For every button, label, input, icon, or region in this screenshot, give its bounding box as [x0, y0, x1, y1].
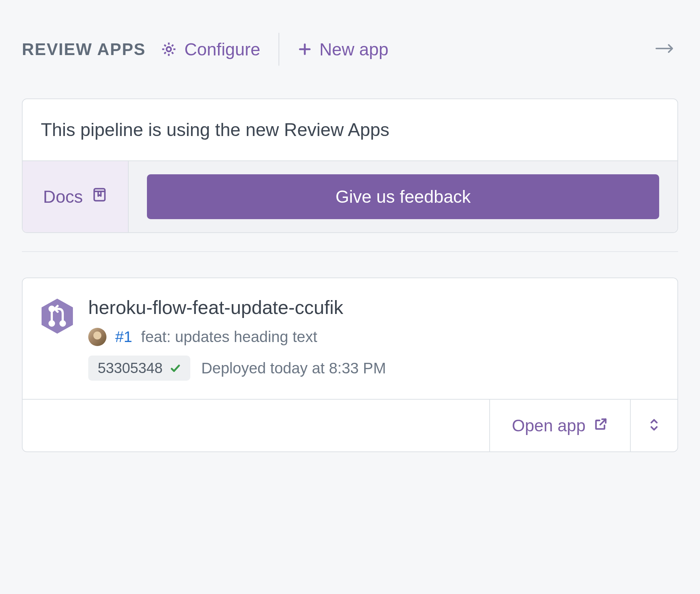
review-app-card: heroku-flow-feat-update-ccufik #1 feat: … — [22, 277, 678, 452]
banner-message-row: This pipeline is using the new Review Ap… — [23, 99, 677, 160]
arrow-right-icon — [655, 43, 674, 55]
svg-marker-2 — [42, 299, 73, 334]
docs-button[interactable]: Docs — [23, 161, 129, 232]
divider — [279, 33, 279, 66]
feedback-label: Give us feedback — [335, 187, 471, 206]
app-name[interactable]: heroku-flow-feat-update-ccufik — [88, 296, 659, 318]
docs-label: Docs — [43, 187, 83, 207]
sort-icon — [648, 416, 661, 435]
banner-message: This pipeline is using the new Review Ap… — [41, 119, 659, 140]
deploy-status: Deployed today at 8:33 PM — [201, 360, 386, 377]
gear-icon — [160, 41, 177, 58]
new-app-label: New app — [319, 39, 388, 59]
app-card-actions: Open app — [23, 399, 677, 451]
docs-icon — [92, 187, 108, 207]
deploy-row: 53305348 Deployed today at 8:33 PM — [88, 356, 659, 381]
review-apps-header: REVIEW APPS Configure New app — [22, 33, 678, 66]
pull-request-icon — [41, 298, 74, 334]
column-title: REVIEW APPS — [22, 39, 146, 59]
check-icon — [170, 363, 181, 374]
feedback-button[interactable]: Give us feedback — [147, 174, 659, 219]
pr-number-link[interactable]: #1 — [115, 328, 132, 346]
section-divider — [22, 251, 678, 252]
configure-button[interactable]: Configure — [160, 39, 260, 59]
plus-icon — [298, 42, 312, 57]
commit-sha: 53305348 — [98, 360, 163, 376]
new-app-button[interactable]: New app — [298, 39, 388, 59]
open-app-button[interactable]: Open app — [489, 400, 630, 451]
scroll-right-button[interactable] — [651, 39, 678, 59]
app-menu-button[interactable] — [630, 400, 677, 451]
pr-description: feat: updates heading text — [141, 328, 317, 346]
pull-request-row: #1 feat: updates heading text — [88, 328, 659, 346]
configure-label: Configure — [184, 39, 260, 59]
svg-point-0 — [167, 47, 171, 51]
external-link-icon — [594, 416, 608, 435]
commit-pill[interactable]: 53305348 — [88, 356, 190, 381]
review-apps-banner: This pipeline is using the new Review Ap… — [22, 98, 678, 233]
open-app-label: Open app — [512, 416, 586, 435]
avatar — [88, 328, 106, 346]
